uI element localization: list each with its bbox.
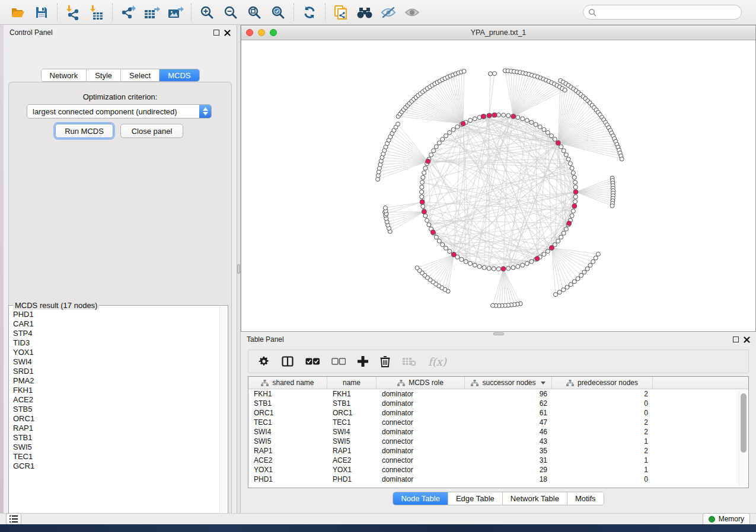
mcds-result-item[interactable]: STP4	[9, 329, 219, 338]
graph-hub-node[interactable]	[567, 221, 572, 226]
tab-style[interactable]: Style	[87, 69, 121, 81]
unchecked-boxes-icon[interactable]	[331, 352, 346, 370]
graph-node[interactable]	[451, 127, 455, 132]
graph-node[interactable]	[568, 162, 572, 166]
mcds-result-item[interactable]: ACE2	[9, 395, 219, 405]
graph-node[interactable]	[437, 141, 441, 145]
export-network-icon[interactable]	[116, 2, 140, 23]
mcds-result-item[interactable]: FKH1	[9, 386, 219, 395]
graph-node[interactable]	[420, 185, 424, 189]
run-mcds-button[interactable]: Run MCDS	[55, 124, 113, 138]
graph-node[interactable]	[497, 267, 501, 271]
graph-node[interactable]	[553, 137, 557, 142]
search-box[interactable]	[583, 5, 742, 20]
graph-node[interactable]	[420, 195, 424, 199]
graph-node[interactable]	[570, 166, 574, 170]
mcds-result-item[interactable]: ORC1	[9, 414, 219, 424]
table-row[interactable]: YOX1YOX1connector291	[248, 465, 748, 475]
table-row[interactable]: SWI4SWI4dominator462	[248, 427, 748, 437]
column-header-predecessor-nodes[interactable]: predecessor nodes	[552, 377, 653, 389]
graph-node[interactable]	[468, 118, 473, 123]
open-folder-icon[interactable]	[6, 2, 30, 23]
refresh-icon[interactable]	[298, 2, 321, 23]
graph-node[interactable]	[521, 117, 525, 121]
tab-mcds[interactable]: MCDS	[160, 69, 199, 81]
graph-node[interactable]	[448, 130, 452, 134]
share-document-icon[interactable]	[329, 2, 353, 23]
mcds-result-item[interactable]: SWI5	[9, 443, 219, 452]
mcds-result-item[interactable]: PHD1	[9, 310, 219, 319]
graph-node[interactable]	[487, 267, 491, 271]
graph-node[interactable]	[556, 239, 560, 243]
zoom-fit-icon[interactable]	[243, 2, 266, 23]
graph-node[interactable]	[473, 117, 477, 121]
graph-hub-node[interactable]	[501, 267, 506, 271]
table-row[interactable]: TEC1TEC1connector472	[248, 418, 748, 427]
graph-node[interactable]	[542, 252, 546, 257]
mcds-list-scrollbar[interactable]	[219, 306, 227, 521]
function-builder-icon[interactable]: f(x)	[428, 355, 446, 368]
graph-node[interactable]	[506, 267, 511, 271]
zoom-selected-icon[interactable]	[266, 2, 290, 23]
graph-node[interactable]	[455, 125, 460, 129]
graph-hub-node[interactable]	[492, 113, 497, 117]
graph-node[interactable]	[538, 125, 542, 129]
graph-node[interactable]	[516, 116, 520, 120]
zoom-out-icon[interactable]	[219, 2, 243, 23]
column-split-icon[interactable]	[282, 352, 294, 370]
graph-node[interactable]	[516, 264, 520, 268]
mcds-result-item[interactable]: STB5	[9, 405, 219, 414]
graph-leaf-node[interactable]	[588, 263, 592, 267]
table-row[interactable]: STB1STB1dominator620	[248, 399, 748, 408]
mcds-result-item[interactable]: RAP1	[9, 424, 219, 433]
graph-leaf-node[interactable]	[415, 266, 419, 270]
graph-node[interactable]	[573, 180, 578, 184]
table-row[interactable]: FKH1FKH1dominator962	[248, 389, 748, 399]
graph-node[interactable]	[562, 149, 566, 153]
graph-leaf-node[interactable]	[582, 270, 586, 274]
mcds-result-item[interactable]: YOX1	[9, 348, 219, 357]
export-image-icon[interactable]	[164, 2, 187, 23]
import-table-icon[interactable]	[85, 2, 109, 23]
graph-node[interactable]	[421, 175, 425, 180]
graph-node[interactable]	[421, 204, 425, 209]
graph-node[interactable]	[460, 257, 464, 261]
graph-node[interactable]	[425, 218, 429, 222]
table-row[interactable]: ACE2ACE2connector311	[248, 456, 748, 465]
mcds-result-item[interactable]: STB1	[9, 433, 219, 443]
graph-hub-node[interactable]	[426, 159, 430, 164]
mcds-result-item[interactable]: PMA2	[9, 376, 219, 386]
graph-leaf-node[interactable]	[620, 157, 624, 161]
graph-hub-node[interactable]	[535, 257, 540, 261]
table-row[interactable]: ORC1ORC1dominator610	[248, 408, 748, 418]
table-row[interactable]: PHD1PHD1dominator180	[248, 475, 748, 484]
graph-leaf-node[interactable]	[493, 72, 497, 76]
graph-node[interactable]	[441, 243, 445, 247]
tab-motifs[interactable]: Motifs	[567, 492, 604, 505]
network-canvas[interactable]	[241, 40, 755, 331]
graph-node[interactable]	[534, 123, 538, 127]
graph-node[interactable]	[444, 134, 448, 138]
panel-splitter[interactable]	[237, 25, 241, 513]
graph-node[interactable]	[423, 166, 428, 170]
graph-leaf-node[interactable]	[596, 252, 600, 256]
table-row[interactable]: SWI5SWI5connector431	[248, 437, 748, 446]
graph-node[interactable]	[562, 231, 566, 235]
graph-node[interactable]	[502, 113, 506, 117]
graph-hub-node[interactable]	[573, 190, 578, 194]
mcds-result-item[interactable]: SWI4	[9, 357, 219, 367]
graph-node[interactable]	[525, 118, 529, 123]
graph-node[interactable]	[546, 249, 550, 254]
graph-hub-node[interactable]	[420, 200, 425, 204]
graph-node[interactable]	[420, 190, 424, 194]
graph-hub-node[interactable]	[550, 245, 554, 250]
graph-node[interactable]	[566, 157, 570, 161]
graph-node[interactable]	[572, 175, 576, 180]
close-table-panel-icon[interactable]	[744, 336, 750, 343]
table-scrollbar[interactable]	[739, 390, 748, 487]
splitter-handle[interactable]	[237, 264, 240, 274]
graph-node[interactable]	[441, 137, 445, 142]
task-history-button[interactable]	[6, 513, 21, 525]
graph-leaf-node[interactable]	[383, 206, 387, 210]
tab-node-table[interactable]: Node Table	[393, 492, 448, 505]
